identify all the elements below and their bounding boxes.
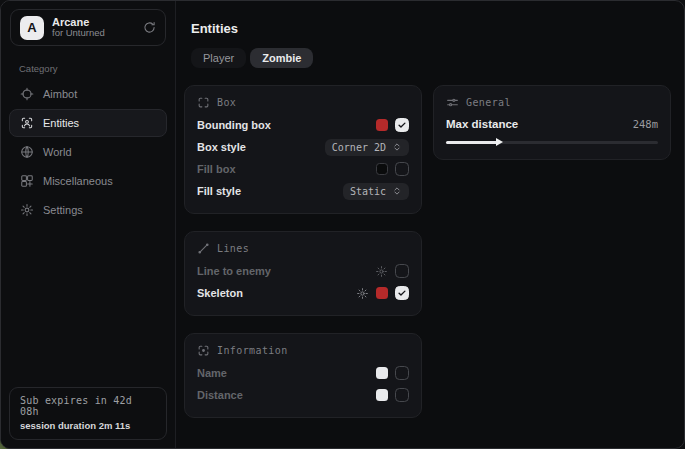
- sliders-icon: [446, 96, 459, 109]
- sidebar-item-label: World: [43, 146, 72, 158]
- session-duration: session duration 2m 11s: [20, 420, 156, 431]
- scan-person-icon: [20, 116, 34, 130]
- setting-row-name: Name: [197, 362, 409, 384]
- content-area: Box Bounding box Box style: [184, 85, 671, 418]
- app-logo: A: [20, 16, 44, 40]
- sidebar: A Arcane for Unturned Category Aimbot: [1, 1, 176, 448]
- information-card-header: Information: [197, 344, 409, 357]
- setting-label: Bounding box: [197, 119, 271, 131]
- chevrons-up-down-icon: [392, 142, 402, 152]
- diagonal-line-icon: [197, 242, 210, 255]
- main-panel: Entities Player Zombie Box: [176, 1, 685, 448]
- tab-player[interactable]: Player: [191, 48, 246, 68]
- max-distance-slider[interactable]: [446, 138, 658, 148]
- color-swatch[interactable]: [376, 163, 388, 175]
- color-swatch[interactable]: [376, 367, 388, 379]
- sidebar-item-label: Entities: [43, 117, 79, 129]
- lines-card: Lines Line to enemy: [184, 231, 422, 316]
- sidebar-item-label: Settings: [43, 204, 83, 216]
- setting-label: Fill style: [197, 185, 241, 197]
- sidebar-item-entities[interactable]: Entities: [9, 109, 167, 137]
- setting-row-fill-style: Fill style Static: [197, 180, 409, 202]
- box-scan-icon: [197, 96, 210, 109]
- app-window: A Arcane for Unturned Category Aimbot: [0, 0, 685, 449]
- scan-dot-icon: [197, 344, 210, 357]
- boxes-icon: [20, 174, 34, 188]
- color-swatch[interactable]: [376, 389, 388, 401]
- sidebar-item-world[interactable]: World: [9, 138, 167, 166]
- left-column: Box Bounding box Box style: [184, 85, 422, 418]
- entity-tabs: Player Zombie: [191, 48, 313, 68]
- box-style-dropdown[interactable]: Corner 2D: [325, 139, 409, 156]
- box-card: Box Bounding box Box style: [184, 85, 422, 214]
- dropdown-value: Corner 2D: [332, 142, 386, 153]
- setting-row-distance: Distance: [197, 384, 409, 406]
- color-swatch[interactable]: [376, 119, 388, 131]
- app-titles: Arcane for Unturned: [52, 16, 105, 40]
- max-distance-label: Max distance: [446, 118, 518, 130]
- setting-row-fill-box: Fill box: [197, 158, 409, 180]
- skeleton-checkbox[interactable]: [395, 286, 409, 300]
- setting-label: Distance: [197, 389, 243, 401]
- sidebar-item-label: Aimbot: [43, 88, 77, 100]
- skeleton-settings-gear-icon[interactable]: [356, 287, 369, 300]
- category-label: Category: [19, 63, 175, 74]
- bounding-box-checkbox[interactable]: [395, 118, 409, 132]
- setting-row-box-style: Box style Corner 2D: [197, 136, 409, 158]
- setting-row-line-to-enemy: Line to enemy: [197, 260, 409, 282]
- distance-checkbox[interactable]: [395, 388, 409, 402]
- gear-icon: [20, 203, 34, 217]
- subscription-box: Sub expires in 42d 08h session duration …: [9, 387, 167, 440]
- right-column: General Max distance 248m: [433, 85, 671, 418]
- general-card: General Max distance 248m: [433, 85, 671, 160]
- crosshair-icon: [20, 87, 34, 101]
- app-subtitle: for Unturned: [52, 28, 105, 39]
- sidebar-item-aimbot[interactable]: Aimbot: [9, 80, 167, 108]
- setting-label: Name: [197, 367, 227, 379]
- app-header: A Arcane for Unturned: [10, 9, 166, 46]
- slider-fill: [446, 141, 499, 144]
- tab-zombie[interactable]: Zombie: [250, 48, 313, 68]
- setting-label: Line to enemy: [197, 265, 271, 277]
- line-settings-gear-icon[interactable]: [375, 265, 388, 278]
- globe-icon: [20, 145, 34, 159]
- page-title: Entities: [191, 21, 671, 36]
- information-card: Information Name Distance: [184, 333, 422, 418]
- max-distance-row: Max distance 248m: [446, 114, 658, 134]
- line-to-enemy-checkbox[interactable]: [395, 264, 409, 278]
- chevrons-up-down-icon: [392, 186, 402, 196]
- color-swatch[interactable]: [376, 287, 388, 299]
- dropdown-value: Static: [350, 186, 386, 197]
- box-card-title: Box: [217, 97, 236, 108]
- setting-label: Box style: [197, 141, 246, 153]
- slider-thumb[interactable]: [496, 138, 503, 146]
- sidebar-nav: Aimbot Entities World: [1, 80, 175, 224]
- sidebar-item-settings[interactable]: Settings: [9, 196, 167, 224]
- lines-card-header: Lines: [197, 242, 409, 255]
- general-card-title: General: [466, 97, 511, 108]
- max-distance-value: 248m: [633, 118, 658, 130]
- fill-box-checkbox[interactable]: [395, 162, 409, 176]
- fill-style-dropdown[interactable]: Static: [343, 183, 409, 200]
- refresh-icon[interactable]: [143, 21, 156, 34]
- setting-label: Fill box: [197, 163, 236, 175]
- subscription-expiry: Sub expires in 42d 08h: [20, 395, 156, 417]
- setting-row-skeleton: Skeleton: [197, 282, 409, 304]
- sidebar-item-label: Miscellaneous: [43, 175, 113, 187]
- lines-card-title: Lines: [217, 243, 249, 254]
- information-card-title: Information: [217, 345, 288, 356]
- name-checkbox[interactable]: [395, 366, 409, 380]
- setting-label: Skeleton: [197, 287, 243, 299]
- setting-row-bounding-box: Bounding box: [197, 114, 409, 136]
- sidebar-item-miscellaneous[interactable]: Miscellaneous: [9, 167, 167, 195]
- general-card-header: General: [446, 96, 658, 109]
- box-card-header: Box: [197, 96, 409, 109]
